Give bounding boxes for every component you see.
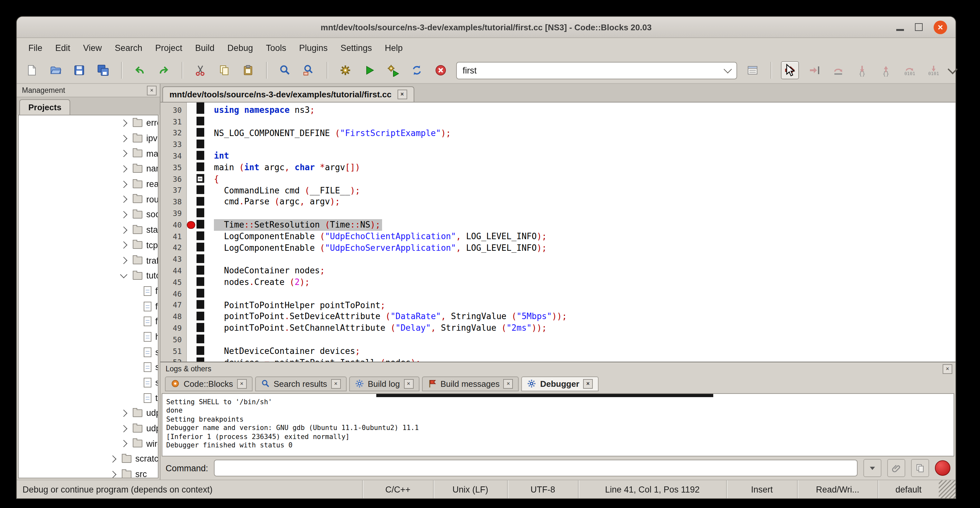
fold-margin[interactable] — [196, 265, 204, 277]
tree-item-nam[interactable]: nam — [19, 161, 158, 176]
menu-help[interactable]: Help — [379, 40, 409, 55]
build-and-run-button[interactable] — [385, 62, 401, 79]
command-input[interactable] — [214, 460, 858, 476]
find-button[interactable] — [277, 62, 293, 79]
code-text[interactable]: { — [204, 174, 956, 185]
tree-item-ipv6[interactable]: ipv6 — [19, 131, 158, 146]
code-text[interactable]: main (int argc, char *argv[]) — [204, 162, 956, 174]
chevron-right-icon[interactable] — [109, 455, 117, 463]
fold-margin[interactable] — [196, 208, 204, 219]
toolbar-overflow-button[interactable] — [949, 68, 956, 73]
breakpoint-margin[interactable] — [186, 288, 196, 300]
tree-item-se[interactable]: se — [19, 345, 158, 360]
tree-item-scratch[interactable]: scratch — [19, 451, 158, 467]
tree-item-six[interactable]: six — [19, 375, 158, 390]
line-number[interactable]: 44 — [161, 266, 186, 275]
breakpoint-margin[interactable] — [186, 357, 196, 361]
tree-item-tcp[interactable]: tcp — [19, 237, 158, 253]
fold-margin[interactable] — [196, 185, 204, 196]
run-to-cursor-button[interactable] — [806, 62, 823, 79]
fold-margin[interactable] — [196, 322, 204, 334]
breakpoint-margin[interactable] — [186, 277, 196, 288]
cut-button[interactable] — [192, 62, 209, 79]
fold-margin[interactable] — [196, 174, 204, 185]
tree-item-mat[interactable]: mat — [19, 146, 158, 161]
fold-margin[interactable] — [196, 345, 204, 357]
line-number[interactable]: 30 — [161, 106, 186, 115]
code-text[interactable]: LogComponentEnable ("UdpEchoServerApplic… — [204, 242, 956, 254]
tree-item-wire[interactable]: wire — [19, 436, 158, 451]
step-into-button[interactable]: {} — [854, 62, 870, 79]
menu-tools[interactable]: Tools — [259, 40, 293, 55]
tree-item-fo[interactable]: fo — [19, 314, 158, 329]
chevron-right-icon[interactable] — [120, 180, 127, 188]
fold-margin[interactable] — [196, 334, 204, 346]
tree-item-real[interactable]: real — [19, 177, 158, 192]
breakpoint-margin[interactable] — [186, 127, 196, 139]
line-number[interactable]: 46 — [161, 289, 186, 298]
breakpoint-margin[interactable] — [186, 162, 196, 174]
fold-margin[interactable] — [196, 116, 204, 127]
line-number[interactable]: 51 — [161, 347, 186, 355]
tab-close-icon[interactable]: × — [397, 89, 407, 99]
menu-build[interactable]: Build — [189, 40, 221, 55]
chevron-right-icon[interactable] — [120, 165, 127, 172]
fold-margin[interactable] — [196, 219, 204, 231]
log-tab-build-log[interactable]: Build log× — [349, 376, 419, 391]
fold-margin[interactable] — [196, 196, 204, 208]
open-file-button[interactable] — [47, 62, 64, 79]
undo-button[interactable] — [131, 62, 148, 79]
fold-margin[interactable] — [196, 254, 204, 265]
chevron-right-icon[interactable] — [120, 211, 127, 218]
code-text[interactable]: Time::SetResolution (Time::NS); — [204, 219, 956, 231]
fold-margin[interactable] — [196, 231, 204, 242]
chevron-right-icon[interactable] — [120, 440, 127, 447]
tree-item-th[interactable]: th — [19, 390, 158, 406]
breakpoint-margin[interactable] — [186, 219, 196, 231]
tree-item-tuto[interactable]: tuto — [19, 268, 158, 283]
next-line-button[interactable] — [830, 62, 846, 79]
save-button[interactable] — [71, 62, 88, 79]
tree-item-sock[interactable]: sock — [19, 207, 158, 222]
chevron-right-icon[interactable] — [120, 425, 127, 432]
code-text[interactable]: NodeContainer nodes; — [204, 265, 956, 277]
build-button[interactable] — [337, 62, 354, 79]
log-tab-build-messages[interactable]: Build messages× — [422, 376, 519, 391]
code-text[interactable]: using namespace ns3; — [204, 104, 956, 116]
chevron-right-icon[interactable] — [120, 150, 127, 157]
paste-button[interactable] — [240, 62, 256, 79]
maximize-icon[interactable] — [915, 23, 923, 31]
code-text[interactable]: devices = pointToPoint.Install (nodes); — [204, 357, 956, 361]
line-number[interactable]: 31 — [161, 117, 186, 126]
breakpoint-margin[interactable] — [186, 311, 196, 323]
command-history-dropdown[interactable] — [863, 459, 881, 477]
line-number[interactable]: 52 — [161, 358, 186, 361]
breakpoint-margin[interactable] — [186, 185, 196, 196]
tab-close-icon[interactable]: × — [404, 379, 413, 389]
chevron-right-icon[interactable] — [109, 471, 117, 478]
fold-margin[interactable] — [196, 242, 204, 254]
abort-build-button[interactable] — [432, 62, 449, 79]
menu-settings[interactable]: Settings — [334, 40, 379, 55]
log-tab-search-results[interactable]: Search results× — [255, 376, 346, 391]
next-instruction-button[interactable]: 0101 — [901, 62, 918, 79]
chevron-right-icon[interactable] — [120, 226, 127, 234]
breakpoint-margin[interactable] — [186, 174, 196, 185]
redo-button[interactable] — [155, 62, 172, 79]
menu-edit[interactable]: Edit — [49, 40, 77, 55]
fold-margin[interactable] — [196, 277, 204, 288]
stop-debugger-button[interactable] — [935, 460, 950, 476]
code-text[interactable]: PointToPointHelper pointToPoint; — [204, 299, 956, 311]
title-bar[interactable]: mnt/dev/tools/source/ns-3-dev/examples/t… — [17, 17, 956, 38]
build-target-combo[interactable]: first — [456, 62, 737, 79]
line-number[interactable]: 35 — [161, 163, 186, 172]
tab-close-icon[interactable]: × — [237, 379, 247, 389]
breakpoint-marker[interactable] — [187, 221, 195, 229]
tab-close-icon[interactable]: × — [504, 379, 513, 389]
menu-debug[interactable]: Debug — [221, 40, 260, 55]
tree-item-he[interactable]: he — [19, 329, 158, 344]
tree-item-trafl[interactable]: trafl — [19, 253, 158, 268]
tree-item-fif[interactable]: fif — [19, 283, 158, 298]
tree-item-fir[interactable]: fir — [19, 299, 158, 314]
fold-margin[interactable] — [196, 311, 204, 323]
